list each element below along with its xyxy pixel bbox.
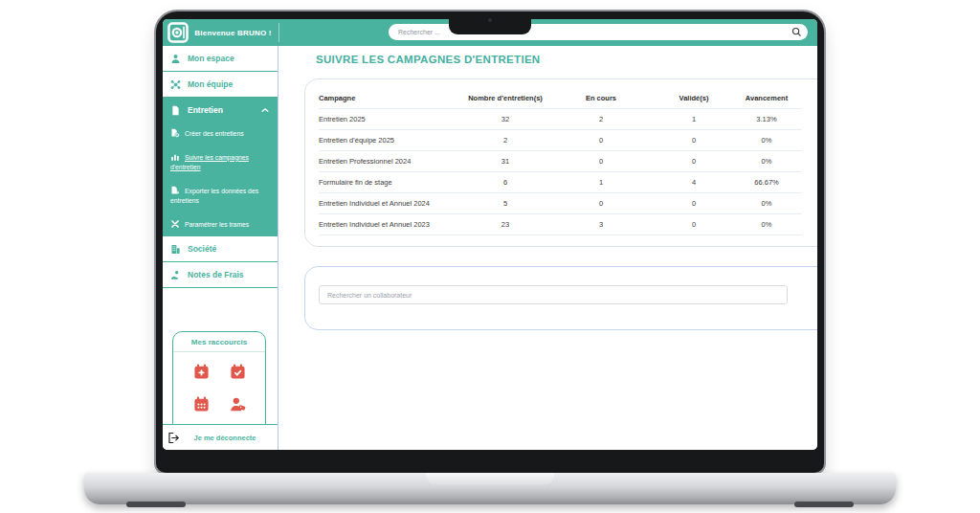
campaigns-table: Campagne Nombre d'entretien(s) En cours …	[319, 87, 802, 235]
table-row: Entretien Individuel et Annuel 2023 23 3…	[319, 213, 802, 235]
cell-nombre: 31	[465, 157, 546, 166]
table-row: Formulaire fin de stage 6 1 4 66.67%	[319, 171, 802, 192]
laptop-base	[84, 473, 896, 504]
cell-campagne: Formulaire fin de stage	[319, 178, 465, 187]
cell-nombre: 23	[465, 220, 546, 229]
cell-campagne: Entretien d'équipe 2025	[319, 136, 465, 145]
sidebar-item-label: Société	[188, 244, 216, 254]
sidebar-subitem-creer-des-entretiens[interactable]: Créer des entretiens	[163, 123, 278, 146]
cell-en-cours: 0	[546, 199, 657, 208]
page-title: SUIVRE LES CAMPAGNES D'ENTRETIEN	[316, 54, 540, 65]
laptop-screen: Bienvenue BRUNO !	[156, 11, 824, 473]
sidebar-subitem-parametrer-les-trames[interactable]: Paramétrer les trames	[163, 213, 278, 237]
table-row: Entretien d'équipe 2025 2 0 0 0%	[319, 129, 802, 150]
hand-coin-icon	[170, 270, 181, 280]
laptop-foot	[126, 502, 186, 507]
calendar-plus-icon[interactable]	[193, 364, 210, 380]
cell-valides: 0	[657, 220, 731, 229]
sidebar-subitem-suivre-les-campagnes[interactable]: Suivre les campagnes d'entretien	[163, 146, 278, 180]
cell-avancement: 0%	[731, 199, 802, 208]
shortcuts-title: Mes raccourcis	[173, 332, 265, 352]
cell-avancement: 0%	[731, 157, 802, 166]
logout-label: Je me déconnecte	[180, 434, 278, 442]
table-header-row: Campagne Nombre d'entretien(s) En cours …	[319, 87, 802, 108]
bar-chart-icon	[170, 152, 180, 162]
cell-valides: 1	[657, 115, 731, 123]
chevron-up-icon[interactable]	[260, 105, 270, 115]
cell-valides: 0	[657, 157, 731, 166]
sidebar-item-label: Mon espace	[188, 54, 234, 63]
cell-valides: 4	[657, 178, 731, 187]
cell-campagne: Entretien Individuel et Annuel 2024	[319, 199, 465, 208]
table-row: Entretien Professionnel 2024 31 0 0 0%	[319, 150, 802, 171]
cell-en-cours: 1	[546, 178, 657, 187]
column-header-en-cours: En cours	[546, 94, 657, 102]
file-export-icon	[170, 186, 180, 195]
sidebar-group-entretien: Entretien Créer des entretiens	[163, 98, 278, 236]
search-icon[interactable]	[791, 27, 802, 37]
sidebar-item-label: Entretien	[188, 105, 254, 115]
main-content: SUIVRE LES CAMPAGNES D'ENTRETIEN Campagn…	[278, 46, 817, 450]
cell-en-cours: 3	[546, 220, 657, 229]
column-header-campagne: Campagne	[319, 94, 465, 102]
app-logo-icon	[167, 22, 189, 43]
file-plus-icon	[170, 128, 180, 138]
sidebar-subitem-label: Exporter les données des entretiens	[170, 188, 258, 205]
webcam-icon	[488, 18, 492, 22]
team-network-icon	[170, 79, 181, 90]
cell-valides: 0	[657, 199, 731, 208]
laptop-foot	[794, 502, 854, 507]
sidebar-subitem-label: Suivre les campagnes d'entretien	[170, 154, 249, 171]
table-row: Entretien Individuel et Annuel 2024 5 0 …	[319, 192, 802, 213]
cell-valides: 0	[657, 136, 731, 145]
sidebar-subitem-label: Paramétrer les trames	[185, 221, 249, 228]
cell-avancement: 3.13%	[731, 115, 802, 123]
campaigns-table-card: Campagne Nombre d'entretien(s) En cours …	[304, 78, 817, 247]
sidebar-item-societe[interactable]: Société	[163, 236, 278, 262]
laptop-base-notch	[426, 473, 554, 485]
collaborator-search-card	[304, 266, 817, 330]
cell-avancement: 0%	[731, 220, 802, 229]
sidebar-item-label: Mon équipe	[188, 79, 233, 89]
logout-button[interactable]: Je me déconnecte	[163, 424, 278, 450]
laptop-notch	[449, 11, 531, 34]
cell-nombre: 5	[465, 199, 546, 208]
welcome-text: Bienvenue BRUNO !	[188, 19, 278, 46]
sidebar-item-mon-espace[interactable]: Mon espace	[163, 46, 278, 72]
cell-en-cours: 0	[546, 157, 657, 166]
shortcuts-grid	[173, 352, 265, 413]
topbar-divider	[278, 23, 279, 42]
sidebar-subitem-exporter-les-donnees[interactable]: Exporter les données des entretiens	[163, 180, 278, 213]
cell-nombre: 2	[465, 136, 546, 145]
cell-nombre: 6	[465, 178, 546, 187]
sidebar-subitem-label: Créer des entretiens	[185, 130, 244, 137]
calendar-check-icon[interactable]	[230, 364, 246, 380]
tools-icon	[170, 219, 180, 229]
sidebar-item-label: Notes de Frais	[188, 270, 244, 279]
app-window: Bienvenue BRUNO !	[163, 19, 817, 450]
user-icon	[170, 54, 181, 64]
user-tag-icon[interactable]	[230, 396, 246, 413]
calendar-grid-icon[interactable]	[193, 396, 210, 413]
column-header-nombre: Nombre d'entretien(s)	[465, 94, 546, 102]
cell-campagne: Entretien Professionnel 2024	[319, 157, 465, 166]
laptop-mockup: Bienvenue BRUNO !	[0, 0, 980, 513]
cell-avancement: 66.67%	[731, 178, 802, 187]
table-row: Entretien 2025 32 2 1 3.13%	[319, 108, 802, 129]
sidebar-item-mon-equipe[interactable]: Mon équipe	[163, 72, 278, 98]
logout-icon	[167, 432, 180, 444]
document-icon	[170, 105, 181, 116]
cell-nombre: 32	[465, 115, 546, 123]
cell-avancement: 0%	[731, 136, 802, 145]
sidebar: Mon espace Mon équipe	[163, 46, 278, 450]
sidebar-item-entretien[interactable]: Entretien	[163, 98, 278, 123]
cell-en-cours: 2	[546, 115, 657, 123]
column-header-valides: Validé(s)	[657, 94, 731, 102]
cell-en-cours: 0	[546, 136, 657, 145]
column-header-avancement: Avancement	[731, 94, 802, 102]
cell-campagne: Entretien 2025	[319, 115, 465, 123]
collaborator-search-input[interactable]	[319, 285, 788, 304]
building-icon	[170, 244, 181, 255]
cell-campagne: Entretien Individuel et Annuel 2023	[319, 220, 465, 229]
sidebar-item-notes-de-frais[interactable]: Notes de Frais	[163, 262, 278, 288]
